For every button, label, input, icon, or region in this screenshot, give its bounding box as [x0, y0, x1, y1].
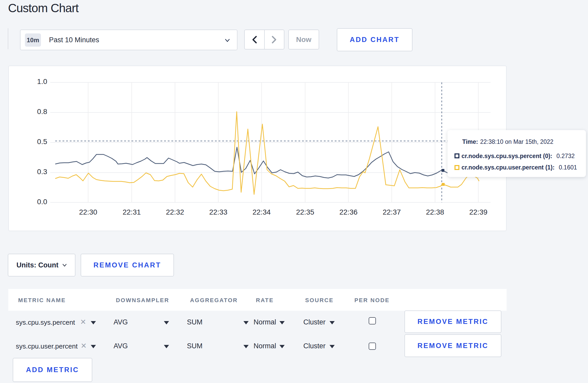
svg-text:22:30: 22:30: [79, 208, 97, 216]
svg-text:22:35: 22:35: [296, 208, 314, 216]
svg-text:22:31: 22:31: [123, 208, 141, 216]
svg-text:22:39: 22:39: [469, 208, 487, 216]
svg-text:22:32: 22:32: [166, 208, 184, 216]
svg-text:22:37: 22:37: [383, 208, 401, 216]
svg-text:22:33: 22:33: [209, 208, 227, 216]
svg-text:0.5: 0.5: [37, 138, 47, 146]
svg-text:0.0: 0.0: [37, 198, 47, 206]
svg-text:22:34: 22:34: [253, 208, 271, 216]
svg-text:0.3: 0.3: [37, 168, 47, 176]
svg-text:22:36: 22:36: [339, 208, 358, 216]
svg-text:1.0: 1.0: [37, 77, 47, 86]
svg-text:0.8: 0.8: [37, 108, 47, 116]
svg-text:22:38: 22:38: [426, 208, 444, 216]
